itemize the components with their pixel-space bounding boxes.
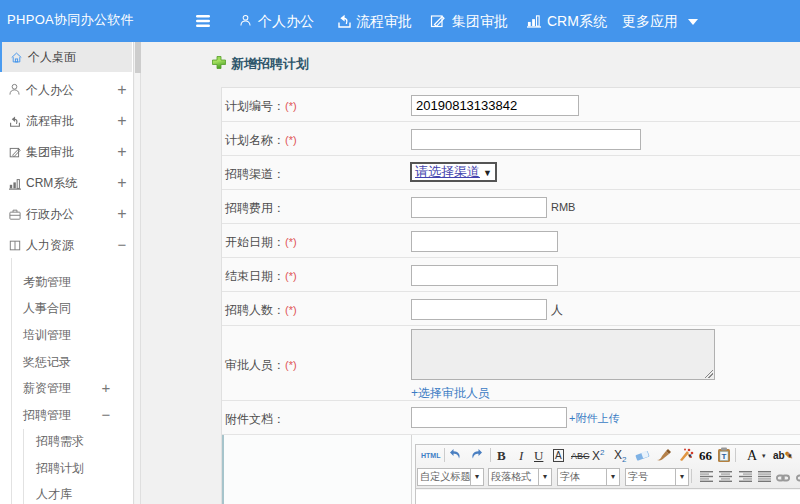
svg-text:T: T bbox=[722, 452, 727, 461]
